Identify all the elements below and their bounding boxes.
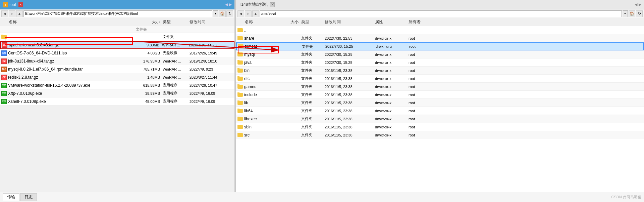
right-header-type[interactable]: 类型 — [301, 19, 325, 25]
left-file-row[interactable]: GZ jdk-8u131-linux-x64.tar.gz 176.95MB W… — [0, 57, 234, 65]
right-file-owner: root — [409, 133, 435, 137]
right-file-row[interactable]: src 文件夹 2016/11/5, 23:38 drwxr-xr-x root — [236, 131, 644, 139]
left-header-name[interactable]: 名称 — [1, 19, 136, 25]
right-file-row[interactable]: share 文件夹 2022/7/30, 22:53 drwxr-xr-x ro… — [236, 34, 644, 42]
right-file-row[interactable]: mysql 文件夹 2022/7/30, 15:25 drwxr-xr-x ro… — [236, 50, 644, 58]
left-file-type: 应用程序 — [163, 99, 190, 104]
right-header-size[interactable]: 大小 — [278, 19, 301, 25]
left-panel-title: tool — [9, 2, 16, 7]
left-panel-next-btn[interactable]: ▶ — [229, 2, 232, 7]
right-panel-title: T148本地虚拟机 — [239, 2, 268, 7]
right-file-name: share — [237, 36, 278, 41]
left-file-size: 9.80MB — [135, 43, 162, 47]
right-file-row[interactable]: .. — [236, 26, 644, 34]
right-file-type: 文件夹 — [301, 108, 325, 113]
right-file-row[interactable]: lib64 文件夹 2016/11/5, 23:38 drwxr-xr-x ro… — [236, 107, 644, 115]
right-file-row[interactable]: sbin 文件夹 2016/11/5, 23:38 drwxr-xr-x roo… — [236, 123, 644, 131]
right-file-owner: root — [409, 85, 435, 89]
left-file-type: WinRAR ... — [163, 67, 190, 71]
right-file-name: games — [237, 84, 278, 89]
left-panel-prev-btn[interactable]: ◀ — [225, 2, 228, 7]
right-file-row[interactable]: libexec 文件夹 2016/11/5, 23:38 drwxr-xr-x … — [236, 115, 644, 123]
right-header-attr[interactable]: 属性 — [375, 19, 409, 25]
right-file-row[interactable]: etc 文件夹 2016/11/5, 23:38 drwxr-xr-x root — [236, 75, 644, 83]
right-file-mtime: 2022/7/30, 15:25 — [325, 52, 375, 56]
left-path-dropdown[interactable]: ▼ — [213, 10, 218, 17]
left-path-bar[interactable]: E:\workFile\CSKT\BCSP课件\S2\S2扩展技术\linux课… — [23, 10, 212, 17]
left-file-size: 615.58MB — [136, 83, 163, 87]
left-file-row[interactable]: GZ redis-3.2.8.tar.gz 1.48MB WinRAR ... … — [0, 73, 234, 81]
right-home-btn[interactable]: 🏠 — [629, 10, 635, 17]
right-file-attr: drwxr-xr-x — [375, 77, 409, 81]
right-file-row[interactable]: games 文件夹 2016/11/5, 23:38 drwxr-xr-x ro… — [236, 83, 644, 91]
right-file-type: 文件夹 — [301, 84, 325, 89]
right-file-type: 文件夹 — [302, 44, 325, 49]
right-file-owner: root — [409, 60, 435, 65]
tab-transfer[interactable]: 传输 — [3, 193, 19, 201]
left-header-type[interactable]: 类型 — [163, 19, 190, 25]
left-file-mtime: 2019/12/9, 18:10 — [190, 59, 233, 63]
tab-log[interactable]: 日志 — [20, 193, 37, 201]
watermark: CSDN @司马羽稷 — [611, 195, 641, 200]
right-file-owner: root — [409, 69, 435, 73]
right-refresh-btn[interactable]: ↻ — [636, 10, 643, 17]
right-file-row[interactable]: bin 文件夹 2016/11/5, 23:38 drwxr-xr-x root — [236, 67, 644, 75]
right-back-btn[interactable]: ◀ — [237, 10, 244, 17]
left-back-btn[interactable]: ◀ — [1, 10, 8, 17]
left-subheader-type: 文件夹 — [136, 27, 163, 32]
left-file-row[interactable]: GZ apache-tomcat-8.0.43.tar.gz 9.80MB Wi… — [0, 41, 234, 49]
right-header-owner[interactable]: 所有者 — [409, 19, 435, 25]
left-title-bar: T tool ✕ ◀ ▶ — [0, 0, 234, 9]
left-file-type: 应用程序 — [163, 91, 190, 96]
left-file-size: 176.95MB — [136, 59, 163, 63]
right-file-attr: drwxr-xr-x — [375, 52, 409, 56]
right-up-btn[interactable]: ▲ — [252, 10, 259, 17]
left-file-name: GZ jdk-8u131-linux-x64.tar.gz — [1, 58, 136, 64]
right-file-owner: root — [409, 36, 435, 40]
right-next-btn[interactable]: ▶ — [639, 2, 641, 7]
right-file-name: mysql — [237, 52, 278, 57]
right-path-bar[interactable]: /usr/local — [260, 10, 622, 17]
left-file-row[interactable]: ISO CentOS-7-x86_64-DVD-1611.iso 4.08GB … — [0, 49, 234, 57]
left-file-mtime: 2022/7/9, 9:23 — [190, 67, 233, 71]
left-file-row[interactable]: .. 文件夹 — [0, 33, 234, 41]
right-file-owner: root — [409, 93, 435, 97]
right-file-row[interactable]: include 文件夹 2016/11/5, 23:38 drwxr-xr-x … — [236, 91, 644, 99]
left-up-btn[interactable]: ▲ — [16, 10, 23, 17]
right-file-type: 文件夹 — [301, 68, 325, 73]
left-file-mtime: 2022/4/9, 16:09 — [190, 91, 233, 95]
left-file-size: 38.59MB — [136, 91, 163, 95]
right-forward-btn[interactable]: ▶ — [245, 10, 252, 17]
right-file-owner: root — [409, 77, 435, 81]
left-forward-btn[interactable]: ▶ — [9, 10, 15, 17]
right-header-mtime[interactable]: 修改时间 — [325, 19, 375, 25]
right-file-name: etc — [237, 76, 278, 81]
left-home-btn[interactable]: 🏠 — [219, 10, 226, 17]
left-panel-close-btn[interactable]: ✕ — [18, 2, 23, 7]
right-file-name: bin — [237, 68, 278, 73]
left-file-row[interactable]: EXE Xshell-7.0.0108p.exe 45.00MB 应用程序 20… — [0, 97, 234, 106]
right-file-owner: root — [409, 117, 435, 121]
right-file-mtime: 2016/11/5, 23:38 — [325, 125, 375, 129]
left-file-type: 文件夹 — [163, 34, 190, 39]
right-panel-close-btn[interactable]: ✕ — [270, 2, 275, 7]
right-file-mtime: 2016/11/5, 23:38 — [325, 133, 375, 137]
left-header-size[interactable]: 大小 — [136, 19, 163, 25]
right-file-mtime: 2016/11/5, 23:38 — [325, 101, 375, 105]
left-file-row[interactable]: EXE Xftp-7.0.0106p.exe 38.59MB 应用程序 2022… — [0, 89, 234, 97]
right-path-dropdown[interactable]: ▼ — [623, 10, 628, 17]
left-file-row[interactable]: TAR mysql-8.0.29-1.el7.x86_64.rpm-bundle… — [0, 65, 234, 73]
right-file-mtime: 2016/11/5, 23:38 — [325, 77, 375, 81]
right-file-attr: drwxr-xr-x — [375, 69, 409, 73]
right-file-attr: drwxr-xr-x — [375, 109, 409, 113]
left-header-mtime[interactable]: 修改时间 — [190, 19, 233, 25]
left-file-mtime: 2020/8/27, 11:44 — [190, 75, 233, 79]
right-file-row[interactable]: lib 文件夹 2016/11/5, 23:38 drwxr-xr-x root — [236, 99, 644, 107]
right-prev-btn[interactable]: ◀ — [635, 2, 637, 7]
left-refresh-btn[interactable]: ↻ — [226, 10, 233, 17]
right-file-row[interactable]: tomcat 文件夹 2022/7/30, 15:25 drwxr-xr-x r… — [236, 42, 644, 50]
right-file-row[interactable]: java 文件夹 2022/7/30, 15:25 drwxr-xr-x roo… — [236, 58, 644, 67]
left-file-row[interactable]: EXE VMware-workstation-full-16.2.4-20089… — [0, 81, 234, 89]
right-file-owner: root — [409, 44, 436, 48]
right-header-name[interactable]: 名称 — [237, 19, 278, 25]
